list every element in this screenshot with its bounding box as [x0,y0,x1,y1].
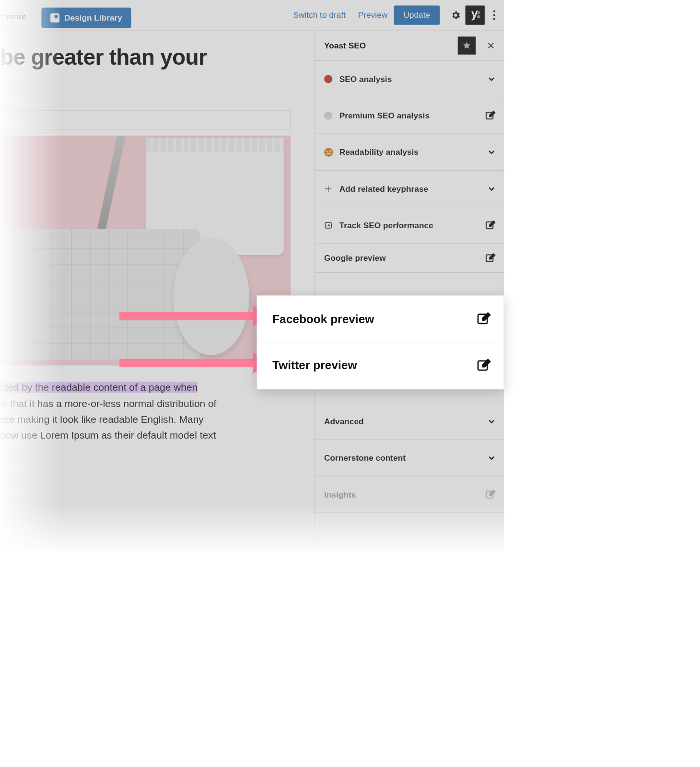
row-seo-analysis[interactable]: SEO analysis [315,61,504,97]
row-cornerstone[interactable]: Cornerstone content [315,440,504,476]
annotation-arrow-2 [119,359,254,367]
social-preview-popout: Facebook preview Twitter preview [257,295,504,389]
edit-icon [476,358,492,373]
status-dot-red [324,75,332,83]
paragraph-block[interactable]: cted by the readable content of a page w… [0,379,283,443]
bar-chart-icon [324,221,332,229]
row-add-keyphrase-label: Add related keyphrase [339,184,487,193]
row-advanced[interactable]: Advanced [315,403,504,440]
row-twitter-preview-label: Twitter preview [272,359,476,372]
paragraph-line-3: ere making it look like readable English… [0,414,204,425]
sidebar-title: Yoast SEO [324,41,458,50]
switch-to-draft-label: Switch to draft [293,11,345,20]
chevron-down-icon [487,417,496,426]
plus-icon [324,185,332,193]
gear-icon [451,10,461,21]
svg-point-3 [493,14,495,16]
row-facebook-preview-label: Facebook preview [272,312,476,325]
row-premium-seo-label: Premium SEO analysis [339,111,485,120]
edit-icon [485,110,496,121]
elementor-button[interactable]: mentor [0,8,32,25]
chevron-down-icon [487,184,496,193]
preview-link-label: Preview [358,11,387,20]
svg-point-1 [477,15,480,18]
row-google-preview[interactable]: Google preview [315,244,504,272]
sidebar-header: Yoast SEO [315,30,504,60]
row-add-keyphrase[interactable]: Add related keyphrase [315,171,504,207]
status-dot-grey [324,111,332,119]
more-vertical-icon [493,10,496,21]
svg-point-0 [477,11,480,14]
close-icon [487,42,495,49]
design-library-button[interactable]: Design Library [41,8,131,28]
keyboard-shape [0,229,200,360]
design-library-icon [50,13,59,23]
editor-top-toolbar: mentor Design Library Switch to draft Pr… [0,0,504,30]
featured-image[interactable] [0,136,291,366]
post-title[interactable]: be greater than your [0,46,301,69]
paragraph-line-4: now use Lorem Ipsum as their default mod… [0,430,216,441]
row-seo-analysis-label: SEO analysis [339,74,487,83]
svg-point-4 [493,18,495,20]
row-twitter-preview[interactable]: Twitter preview [257,342,503,388]
elementor-button-label: mentor [2,12,25,21]
mouse-shape [173,238,249,355]
chevron-down-icon [487,74,496,83]
chevron-down-icon [487,147,496,157]
paragraph-line-2: is that it has a more-or-less normal dis… [0,398,216,409]
star-icon [462,41,471,50]
edit-icon [485,220,496,231]
update-button[interactable]: Update [394,6,440,25]
yoast-icon [469,9,481,22]
preview-link[interactable]: Preview [352,0,394,30]
switch-to-draft-link[interactable]: Switch to draft [287,0,351,30]
sidebar-close-button[interactable] [483,38,499,53]
block-placeholder[interactable] [0,110,291,129]
settings-button[interactable] [446,0,465,30]
sidebar-star-button[interactable] [458,36,476,54]
row-google-preview-label: Google preview [324,253,485,263]
paragraph-line-1: cted by the readable content of a page w… [0,382,198,393]
row-readability-label: Readability analysis [339,147,487,157]
edit-icon [485,252,496,264]
row-premium-seo[interactable]: Premium SEO analysis [315,97,504,134]
svg-point-2 [493,10,495,12]
annotation-arrow-1 [119,312,254,320]
row-readability[interactable]: Readability analysis [315,134,504,170]
update-button-label: Update [403,11,430,20]
neutral-face-icon [324,148,333,157]
edit-icon [476,311,492,327]
row-insights[interactable]: Insights [315,476,504,513]
chevron-down-icon [487,453,496,463]
design-library-label: Design Library [64,13,122,23]
edit-icon [485,488,496,500]
row-track-performance-label: Track SEO performance [339,221,485,230]
editor-canvas[interactable]: be greater than your cted by the readabl… [0,30,301,552]
row-insights-label: Insights [324,489,485,499]
row-track-performance[interactable]: Track SEO performance [315,207,504,244]
yoast-sidebar: Yoast SEO SEO analysis Premium SEO analy… [314,30,504,552]
row-cornerstone-label: Cornerstone content [324,453,487,463]
row-facebook-preview[interactable]: Facebook preview [257,296,503,342]
more-options-button[interactable] [485,0,504,30]
yoast-plugin-button[interactable] [466,6,485,25]
row-advanced-label: Advanced [324,417,487,426]
